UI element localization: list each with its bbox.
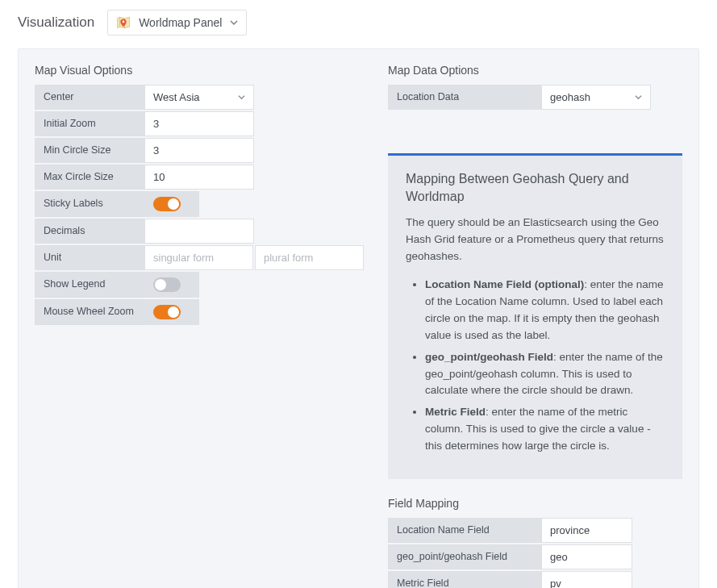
options-area: Map Visual Options Center West Asia [18, 48, 699, 588]
info-panel: Mapping Between Geohash Query and Worldm… [388, 153, 682, 479]
location-name-field-input[interactable] [541, 518, 632, 543]
visualization-label: Visualization [18, 15, 94, 31]
option-decimals: Decimals [35, 219, 254, 244]
label: Location Data [388, 85, 541, 110]
info-bold: Location Name Field (optional) [425, 278, 584, 290]
label: Max Circle Size [35, 165, 144, 190]
worldmap-icon [116, 15, 131, 30]
unit-singular-input[interactable] [144, 245, 253, 270]
info-bold: geo_point/geohash Field [425, 351, 553, 363]
initial-zoom-input[interactable] [144, 111, 254, 136]
info-bold: Metric Field [425, 406, 486, 418]
label: Unit [35, 245, 144, 270]
location-data-select-value: geohash [550, 91, 590, 103]
geohash-field-input[interactable] [541, 544, 632, 569]
decimals-input[interactable] [144, 219, 254, 244]
section-title: Field Mapping [388, 497, 682, 510]
info-list: Location Name Field (optional): enter th… [406, 277, 665, 455]
map-data-options: Map Data Options Location Data geohash [388, 64, 682, 588]
unit-plural-input[interactable] [255, 245, 364, 270]
info-item: geo_point/geohash Field: enter the name … [425, 349, 665, 400]
caret-down-icon [230, 19, 238, 27]
option-mouse-wheel-zoom: Mouse Wheel Zoom [35, 299, 254, 325]
center-select-value: West Asia [153, 91, 200, 103]
option-unit: Unit [35, 245, 364, 270]
label: Location Name Field [388, 518, 541, 543]
center-select[interactable]: West Asia [144, 85, 254, 110]
label: Sticky Labels [35, 191, 144, 217]
label: Initial Zoom [35, 111, 144, 136]
panel-name: Worldmap Panel [139, 16, 222, 29]
visualization-panel: Visualization Worldmap Panel Map Visual … [0, 0, 717, 588]
svg-point-0 [123, 21, 125, 23]
map-visual-options: Map Visual Options Center West Asia [35, 64, 364, 588]
label: Min Circle Size [35, 138, 144, 163]
option-initial-zoom: Initial Zoom [35, 111, 254, 136]
label: Decimals [35, 219, 144, 244]
info-item: Metric Field: enter the name of the metr… [425, 404, 665, 455]
caret-down-icon [635, 94, 642, 101]
mapping-location-name: Location Name Field [388, 518, 632, 543]
option-center: Center West Asia [35, 85, 254, 110]
max-circle-input[interactable] [144, 165, 254, 190]
option-location-data: Location Data geohash [388, 85, 651, 110]
caret-down-icon [238, 94, 245, 101]
info-title: Mapping Between Geohash Query and Worldm… [406, 170, 665, 205]
option-sticky-labels: Sticky Labels [35, 191, 254, 217]
mapping-geohash: geo_point/geohash Field [388, 544, 632, 569]
label: Mouse Wheel Zoom [35, 299, 144, 325]
location-data-select[interactable]: geohash [541, 85, 651, 110]
section-title: Map Visual Options [35, 64, 364, 77]
metric-field-input[interactable] [541, 571, 632, 588]
info-intro: The query should be an Elasticsearch usi… [406, 215, 665, 265]
label: Center [35, 85, 144, 110]
label: geo_point/geohash Field [388, 544, 541, 569]
option-min-circle: Min Circle Size [35, 138, 254, 163]
mouse-wheel-zoom-toggle[interactable] [153, 305, 181, 319]
label: Metric Field [388, 571, 541, 588]
header-row: Visualization Worldmap Panel [18, 10, 699, 35]
info-item: Location Name Field (optional): enter th… [425, 277, 665, 344]
sticky-labels-toggle[interactable] [153, 197, 181, 211]
panel-type-picker[interactable]: Worldmap Panel [107, 10, 247, 35]
min-circle-input[interactable] [144, 138, 254, 163]
show-legend-toggle[interactable] [153, 277, 181, 292]
mapping-metric: Metric Field [388, 571, 632, 588]
option-show-legend: Show Legend [35, 272, 254, 298]
section-title: Map Data Options [388, 64, 682, 77]
label: Show Legend [35, 272, 144, 298]
option-max-circle: Max Circle Size [35, 165, 254, 190]
